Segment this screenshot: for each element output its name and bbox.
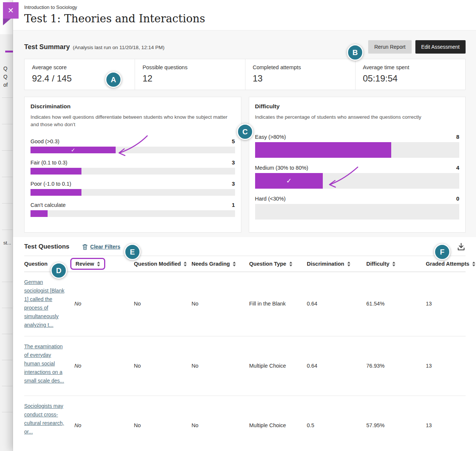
th-review[interactable]: Review [74, 258, 134, 270]
page-title: Test 1: Theories and Interactions [24, 12, 466, 25]
check-icon: ✓ [286, 177, 292, 185]
question-link[interactable]: German sociologist [Blank 1] called the … [24, 278, 67, 329]
annotation-circle-b: B [347, 44, 363, 61]
test-summary-heading: Test Summary [24, 43, 70, 51]
sort-icon [289, 262, 292, 266]
check-icon: ✓ [71, 147, 75, 153]
discrimination-description: Indicates how well questions differentia… [30, 113, 233, 128]
background-text-fragment: Q [3, 74, 7, 80]
needs-grading-cell: No [192, 363, 249, 369]
question-cell: German sociologist [Blank 1] called the … [24, 278, 74, 329]
assessment-analysis-panel: Introduction to Sociology Test 1: Theori… [13, 0, 476, 451]
discrimination-cell: 0.5 [307, 422, 366, 428]
discrimination-title: Discrimination [30, 103, 235, 110]
sort-icon [392, 262, 395, 266]
sort-icon [347, 262, 350, 266]
stat-possible-questions: Possible questions 12 [135, 59, 245, 90]
difficulty-cell: 57.95% [366, 422, 426, 428]
annotation-circle-f: F [434, 244, 450, 260]
question-cell: Sociologists may conduct cross-cultural … [24, 402, 74, 436]
question-modified-cell: No [134, 363, 192, 369]
question-link[interactable]: The examination of everyday human social… [24, 342, 67, 385]
table-row: Sociologists may conduct cross-cultural … [24, 396, 466, 451]
th-needs-grading[interactable]: Needs Grading [192, 261, 249, 267]
sort-icon [184, 262, 187, 266]
difficulty-cell: 76.93% [366, 363, 426, 369]
stat-average-time-spent: Average time spent 05:19:54 [355, 59, 465, 90]
test-questions-section: Test Questions Clear Filters [13, 237, 476, 451]
question-link[interactable]: Sociologists may conduct cross-cultural … [24, 402, 67, 436]
table-row: German sociologist [Blank 1] called the … [24, 272, 466, 336]
review-cell: No [74, 301, 134, 307]
annotation-circle-d: D [51, 262, 67, 279]
sort-icon [97, 262, 100, 266]
discrimination-chart-card: Discrimination Indicates how well questi… [24, 97, 241, 233]
question-type-cell: Multiple Choice [249, 363, 307, 369]
difficulty-chart-card: Difficulty Indicates the percentage of s… [249, 97, 466, 233]
graded-attempts-cell: 13 [426, 422, 466, 428]
trash-icon [82, 244, 88, 250]
clear-filters-button[interactable]: Clear Filters [82, 244, 120, 250]
rerun-report-button[interactable]: Rerun Report [368, 40, 411, 54]
graded-attempts-cell: 13 [426, 301, 466, 307]
annotation-circle-c: C [237, 124, 253, 140]
question-type-cell: Multiple Choice [249, 422, 307, 428]
needs-grading-cell: No [192, 422, 249, 428]
needs-grading-cell: No [192, 301, 249, 307]
th-graded-attempts[interactable]: Graded Attempts [426, 261, 466, 267]
discrimination-cell: 0.64 [307, 363, 366, 369]
breadcrumb-course-name: Introduction to Sociology [24, 4, 466, 10]
summary-stats-bar: Average score 92.4 / 145 Possible questi… [24, 59, 466, 90]
background-page-strip: Q Q of st... [0, 0, 13, 451]
close-button[interactable]: ✕ [3, 2, 19, 19]
bar-hard: Hard (<30%) 0 [255, 195, 460, 220]
table-header: Question Review Question Modified Needs … [24, 256, 466, 272]
bar-easy: Easy (>80%) 8 [255, 134, 460, 158]
difficulty-cell: 61.54% [366, 301, 426, 307]
annotation-circle-e: E [124, 244, 141, 260]
discrimination-cell: 0.64 [307, 301, 366, 307]
bar-good: Good (>0.3) 5 ✓ [30, 138, 235, 153]
review-cell: No [74, 422, 134, 428]
stat-completed-attempts: Completed attempts 13 [245, 59, 355, 90]
difficulty-description: Indicates the percentage of students who… [255, 113, 458, 121]
graded-attempts-cell: 13 [426, 363, 466, 369]
analysis-last-run-text: (Analysis last run on 11/20/18, 12:14 PM… [73, 45, 165, 50]
bar-cant-calculate: Can't calculate 1 [30, 202, 235, 217]
table-row: The examination of everyday human social… [24, 336, 466, 396]
question-modified-cell: No [134, 301, 192, 307]
th-question-type[interactable]: Question Type [249, 261, 307, 267]
th-question-modified[interactable]: Question Modified [134, 261, 192, 267]
edit-assessment-button[interactable]: Edit Assessment [415, 40, 466, 54]
question-cell: The examination of everyday human social… [24, 342, 74, 385]
download-icon [457, 242, 466, 251]
background-tab-indicator [5, 51, 13, 52]
close-icon: ✕ [8, 7, 14, 14]
th-difficulty[interactable]: Difficulty [366, 261, 426, 267]
question-modified-cell: No [134, 422, 192, 428]
background-text-fragment: of [3, 82, 8, 88]
sort-icon [472, 262, 475, 266]
review-highlight-box: Review [70, 258, 105, 270]
background-text-fragment: st... [3, 240, 11, 246]
questions-table: Question Review Question Modified Needs … [24, 256, 466, 451]
annotation-circle-a: A [105, 71, 122, 88]
panel-header: Introduction to Sociology Test 1: Theori… [13, 0, 476, 30]
bar-fair: Fair (0.1 to 0.3) 3 [30, 159, 235, 175]
th-discrimination[interactable]: Discrimination [307, 261, 366, 267]
review-cell: No [74, 363, 134, 369]
question-type-cell: Fill in the Blank [249, 301, 307, 307]
background-text-fragment: Q [3, 65, 7, 71]
bar-medium: Medium (30% to 80%) 4 ✓ [255, 164, 460, 189]
download-report-button[interactable] [457, 242, 466, 251]
difficulty-title: Difficulty [255, 103, 460, 110]
bar-poor: Poor (-1.0 to 0.1) 3 [30, 180, 235, 196]
th-question[interactable]: Question [24, 261, 74, 267]
sort-icon [233, 262, 236, 266]
test-questions-heading: Test Questions [24, 243, 70, 250]
ribbon-fold [3, 19, 11, 25]
